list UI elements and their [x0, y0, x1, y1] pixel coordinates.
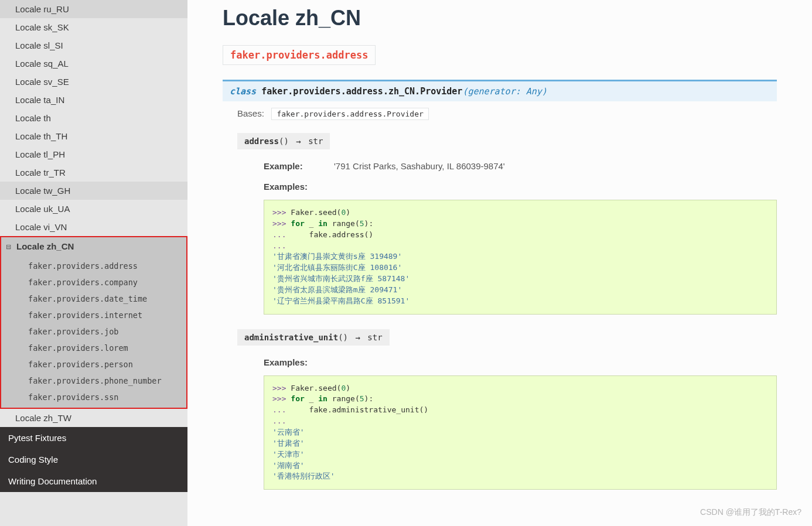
nav-item[interactable]: Locale vi_VN [0, 218, 187, 236]
highlight-box: Locale zh_CN faker.providers.addressfake… [0, 236, 187, 409]
nav-subitem[interactable]: faker.providers.ssn [1, 389, 186, 405]
nav-item[interactable]: Locale sk_SK [0, 18, 187, 36]
method-signature: administrative_unit() → str [237, 329, 390, 346]
nav-item[interactable]: Locale uk_UA [0, 200, 187, 218]
nav-footer-item[interactable]: Pytest Fixtures [0, 427, 187, 449]
nav-subitem[interactable]: faker.providers.address [1, 258, 186, 274]
nav-footer-item[interactable]: Writing Documentation [0, 470, 187, 492]
main-content: Locale zh_CN faker.providers.address cla… [187, 0, 812, 526]
nav-subitem[interactable]: faker.providers.internet [1, 307, 186, 323]
sidebar: Locale ru_RULocale sk_SKLocale sl_SILoca… [0, 0, 187, 526]
examples-label: Examples: [264, 357, 777, 367]
code-block: >>> Faker.seed(0) >>> for _ in range(5):… [264, 200, 777, 315]
nav-subitem[interactable]: faker.providers.date_time [1, 291, 186, 307]
nav-item[interactable]: Locale tw_GH [0, 182, 187, 200]
nav-footer-item[interactable]: Coding Style [0, 449, 187, 470]
class-keyword: class [230, 86, 256, 97]
method-body: Example:'791 Crist Parks, Sashabury, IL … [264, 161, 777, 315]
nav-item[interactable]: Locale tr_TR [0, 163, 187, 182]
nav-subitem[interactable]: faker.providers.job [1, 323, 186, 340]
nav-item[interactable]: Locale th [0, 109, 187, 127]
nav-subitem[interactable]: faker.providers.phone_number [1, 373, 186, 389]
method-block: administrative_unit() → strExamples:>>> … [237, 329, 777, 490]
nav-item[interactable]: Locale sv_SE [0, 73, 187, 91]
code-block: >>> Faker.seed(0) >>> for _ in range(5):… [264, 375, 777, 490]
nav-item-active[interactable]: Locale zh_CN [1, 237, 186, 255]
nav-subitem[interactable]: faker.providers.company [1, 274, 186, 291]
examples-label: Examples: [264, 182, 777, 192]
example-row: Example:'791 Crist Parks, Sashabury, IL … [264, 161, 777, 171]
method-body: Examples:>>> Faker.seed(0) >>> for _ in … [264, 357, 777, 490]
page-title: Locale zh_CN [223, 6, 777, 30]
class-name: Provider [420, 86, 462, 97]
class-params: (generator: Any) [462, 86, 547, 97]
module-box: faker.providers.address [223, 45, 376, 65]
module-name: faker.providers.address [230, 49, 368, 61]
bases-row: Bases: faker.providers.address.Provider [237, 108, 777, 118]
nav-subitem[interactable]: faker.providers.person [1, 356, 186, 373]
nav-item[interactable]: Locale ru_RU [0, 0, 187, 18]
bases-value: faker.providers.address.Provider [271, 108, 428, 120]
nav-item[interactable]: Locale ta_IN [0, 91, 187, 109]
nav-item[interactable]: Locale tl_PH [0, 145, 187, 163]
nav-item[interactable]: Locale th_TH [0, 127, 187, 145]
bases-label: Bases: [237, 108, 264, 118]
nav-item[interactable]: Locale sq_AL [0, 54, 187, 73]
nav-item[interactable]: Locale sl_SI [0, 36, 187, 54]
class-signature: class faker.providers.address.zh_CN.Prov… [223, 80, 777, 101]
method-signature: address() → str [237, 133, 330, 149]
method-block: address() → strExample:'791 Crist Parks,… [237, 133, 777, 315]
nav-footer: Pytest FixturesCoding StyleWriting Docum… [0, 427, 187, 492]
nav-subitems: faker.providers.addressfaker.providers.c… [1, 255, 186, 408]
nav-subitem[interactable]: faker.providers.lorem [1, 340, 186, 356]
nav-item[interactable]: Locale zh_TW [0, 409, 187, 427]
class-path: faker.providers.address.zh_CN. [261, 86, 420, 97]
